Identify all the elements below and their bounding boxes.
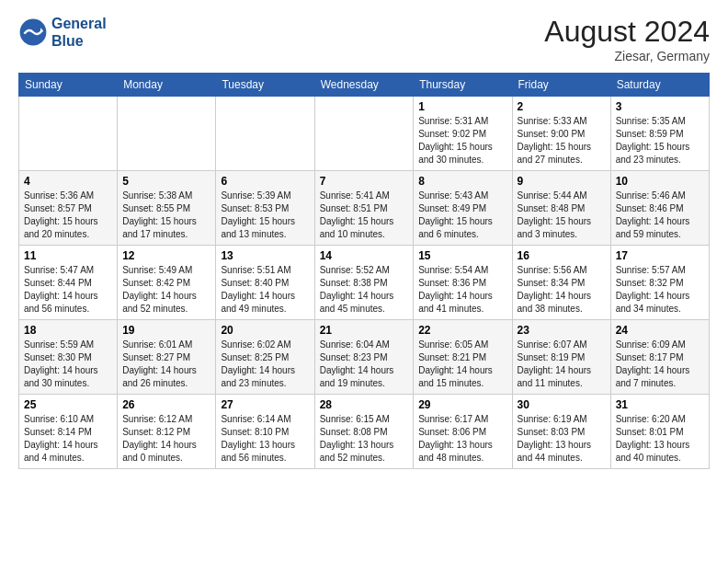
calendar-cell: 17Sunrise: 5:57 AMSunset: 8:32 PMDayligh… bbox=[610, 246, 709, 320]
day-number: 4 bbox=[24, 175, 112, 188]
day-info: Sunrise: 5:49 AMSunset: 8:42 PMDaylight:… bbox=[122, 264, 210, 316]
weekday-header-saturday: Saturday bbox=[610, 74, 709, 97]
calendar-cell: 13Sunrise: 5:51 AMSunset: 8:40 PMDayligh… bbox=[216, 246, 314, 320]
day-info: Sunrise: 6:02 AMSunset: 8:25 PMDaylight:… bbox=[221, 339, 309, 390]
calendar-cell: 16Sunrise: 5:56 AMSunset: 8:34 PMDayligh… bbox=[512, 246, 610, 320]
day-number: 19 bbox=[122, 324, 210, 337]
calendar-week-row: 11Sunrise: 5:47 AMSunset: 8:44 PMDayligh… bbox=[19, 246, 710, 320]
day-info: Sunrise: 5:38 AMSunset: 8:55 PMDaylight:… bbox=[122, 190, 210, 241]
calendar-cell: 9Sunrise: 5:44 AMSunset: 8:48 PMDaylight… bbox=[512, 171, 610, 246]
day-info: Sunrise: 6:20 AMSunset: 8:01 PMDaylight:… bbox=[616, 413, 704, 465]
day-number: 16 bbox=[518, 249, 606, 262]
day-info: Sunrise: 6:14 AMSunset: 8:10 PMDaylight:… bbox=[221, 413, 309, 465]
calendar-cell: 14Sunrise: 5:52 AMSunset: 8:38 PMDayligh… bbox=[314, 246, 414, 320]
day-info: Sunrise: 5:39 AMSunset: 8:53 PMDaylight:… bbox=[221, 190, 309, 241]
calendar-cell: 31Sunrise: 6:20 AMSunset: 8:01 PMDayligh… bbox=[610, 395, 709, 469]
day-number: 20 bbox=[221, 324, 309, 337]
weekday-header-monday: Monday bbox=[118, 74, 216, 97]
title-block: August 2024 Ziesar, Germany bbox=[544, 15, 710, 63]
day-info: Sunrise: 5:54 AMSunset: 8:36 PMDaylight:… bbox=[418, 264, 506, 316]
day-number: 29 bbox=[418, 398, 506, 411]
day-info: Sunrise: 5:57 AMSunset: 8:32 PMDaylight:… bbox=[616, 264, 704, 316]
day-info: Sunrise: 6:09 AMSunset: 8:17 PMDaylight:… bbox=[616, 339, 704, 390]
day-number: 3 bbox=[616, 100, 704, 113]
day-info: Sunrise: 5:56 AMSunset: 8:34 PMDaylight:… bbox=[518, 264, 606, 316]
day-number: 5 bbox=[122, 175, 210, 188]
day-info: Sunrise: 5:59 AMSunset: 8:30 PMDaylight:… bbox=[24, 339, 112, 390]
day-number: 26 bbox=[122, 398, 210, 411]
calendar-week-row: 25Sunrise: 6:10 AMSunset: 8:14 PMDayligh… bbox=[19, 395, 710, 469]
day-number: 23 bbox=[518, 324, 606, 337]
day-info: Sunrise: 6:05 AMSunset: 8:21 PMDaylight:… bbox=[418, 339, 506, 390]
location: Ziesar, Germany bbox=[544, 49, 710, 63]
header: General Blue August 2024 Ziesar, Germany bbox=[18, 15, 710, 63]
calendar-cell: 2Sunrise: 5:33 AMSunset: 9:00 PMDaylight… bbox=[512, 97, 610, 171]
calendar-cell: 25Sunrise: 6:10 AMSunset: 8:14 PMDayligh… bbox=[19, 395, 118, 469]
day-info: Sunrise: 5:36 AMSunset: 8:57 PMDaylight:… bbox=[24, 190, 112, 241]
calendar-cell: 30Sunrise: 6:19 AMSunset: 8:03 PMDayligh… bbox=[512, 395, 610, 469]
calendar-week-row: 4Sunrise: 5:36 AMSunset: 8:57 PMDaylight… bbox=[19, 171, 710, 246]
calendar-cell: 23Sunrise: 6:07 AMSunset: 8:19 PMDayligh… bbox=[512, 320, 610, 395]
calendar-cell: 11Sunrise: 5:47 AMSunset: 8:44 PMDayligh… bbox=[19, 246, 118, 320]
logo-text: General Blue bbox=[51, 15, 107, 50]
day-info: Sunrise: 5:43 AMSunset: 8:49 PMDaylight:… bbox=[418, 190, 506, 241]
day-number: 27 bbox=[221, 398, 309, 411]
day-info: Sunrise: 5:51 AMSunset: 8:40 PMDaylight:… bbox=[221, 264, 309, 316]
weekday-header-row: SundayMondayTuesdayWednesdayThursdayFrid… bbox=[19, 74, 710, 97]
calendar-cell: 3Sunrise: 5:35 AMSunset: 8:59 PMDaylight… bbox=[610, 97, 709, 171]
day-info: Sunrise: 5:47 AMSunset: 8:44 PMDaylight:… bbox=[24, 264, 112, 316]
day-number: 13 bbox=[221, 249, 309, 262]
weekday-header-tuesday: Tuesday bbox=[216, 74, 314, 97]
day-info: Sunrise: 5:31 AMSunset: 9:02 PMDaylight:… bbox=[418, 115, 506, 167]
day-info: Sunrise: 5:41 AMSunset: 8:51 PMDaylight:… bbox=[320, 190, 409, 241]
calendar-table: SundayMondayTuesdayWednesdayThursdayFrid… bbox=[18, 73, 710, 469]
day-number: 21 bbox=[320, 324, 409, 337]
day-info: Sunrise: 5:52 AMSunset: 8:38 PMDaylight:… bbox=[320, 264, 409, 316]
day-number: 8 bbox=[418, 175, 506, 188]
calendar-cell bbox=[216, 97, 314, 171]
day-info: Sunrise: 5:35 AMSunset: 8:59 PMDaylight:… bbox=[616, 115, 704, 167]
day-number: 18 bbox=[24, 324, 112, 337]
calendar-cell bbox=[19, 97, 118, 171]
day-info: Sunrise: 6:04 AMSunset: 8:23 PMDaylight:… bbox=[320, 339, 409, 390]
calendar-cell: 12Sunrise: 5:49 AMSunset: 8:42 PMDayligh… bbox=[118, 246, 216, 320]
calendar-cell bbox=[118, 97, 216, 171]
day-info: Sunrise: 6:07 AMSunset: 8:19 PMDaylight:… bbox=[518, 339, 606, 390]
day-info: Sunrise: 5:44 AMSunset: 8:48 PMDaylight:… bbox=[518, 190, 606, 241]
calendar-cell: 6Sunrise: 5:39 AMSunset: 8:53 PMDaylight… bbox=[216, 171, 314, 246]
calendar-cell: 20Sunrise: 6:02 AMSunset: 8:25 PMDayligh… bbox=[216, 320, 314, 395]
page: General Blue August 2024 Ziesar, Germany… bbox=[0, 0, 728, 478]
day-number: 14 bbox=[320, 249, 409, 262]
day-number: 9 bbox=[518, 175, 606, 188]
calendar-cell: 18Sunrise: 5:59 AMSunset: 8:30 PMDayligh… bbox=[19, 320, 118, 395]
day-number: 10 bbox=[616, 175, 704, 188]
calendar-cell: 8Sunrise: 5:43 AMSunset: 8:49 PMDaylight… bbox=[414, 171, 512, 246]
day-number: 22 bbox=[418, 324, 506, 337]
day-number: 17 bbox=[616, 249, 704, 262]
day-number: 24 bbox=[616, 324, 704, 337]
logo-icon bbox=[18, 17, 48, 47]
calendar-cell: 27Sunrise: 6:14 AMSunset: 8:10 PMDayligh… bbox=[216, 395, 314, 469]
logo: General Blue bbox=[18, 15, 107, 50]
weekday-header-friday: Friday bbox=[512, 74, 610, 97]
day-number: 12 bbox=[122, 249, 210, 262]
day-number: 28 bbox=[320, 398, 409, 411]
day-number: 31 bbox=[616, 398, 704, 411]
calendar-cell: 22Sunrise: 6:05 AMSunset: 8:21 PMDayligh… bbox=[414, 320, 512, 395]
calendar-cell: 10Sunrise: 5:46 AMSunset: 8:46 PMDayligh… bbox=[610, 171, 709, 246]
calendar-cell: 4Sunrise: 5:36 AMSunset: 8:57 PMDaylight… bbox=[19, 171, 118, 246]
calendar-week-row: 18Sunrise: 5:59 AMSunset: 8:30 PMDayligh… bbox=[19, 320, 710, 395]
day-number: 15 bbox=[418, 249, 506, 262]
calendar-cell: 21Sunrise: 6:04 AMSunset: 8:23 PMDayligh… bbox=[314, 320, 414, 395]
day-info: Sunrise: 6:17 AMSunset: 8:06 PMDaylight:… bbox=[418, 413, 506, 465]
day-number: 30 bbox=[518, 398, 606, 411]
day-info: Sunrise: 6:12 AMSunset: 8:12 PMDaylight:… bbox=[122, 413, 210, 465]
calendar-cell bbox=[314, 97, 414, 171]
weekday-header-wednesday: Wednesday bbox=[314, 74, 414, 97]
day-number: 25 bbox=[24, 398, 112, 411]
calendar-cell: 24Sunrise: 6:09 AMSunset: 8:17 PMDayligh… bbox=[610, 320, 709, 395]
day-info: Sunrise: 6:19 AMSunset: 8:03 PMDaylight:… bbox=[518, 413, 606, 465]
month-year: August 2024 bbox=[544, 15, 710, 49]
day-number: 7 bbox=[320, 175, 409, 188]
calendar-cell: 15Sunrise: 5:54 AMSunset: 8:36 PMDayligh… bbox=[414, 246, 512, 320]
